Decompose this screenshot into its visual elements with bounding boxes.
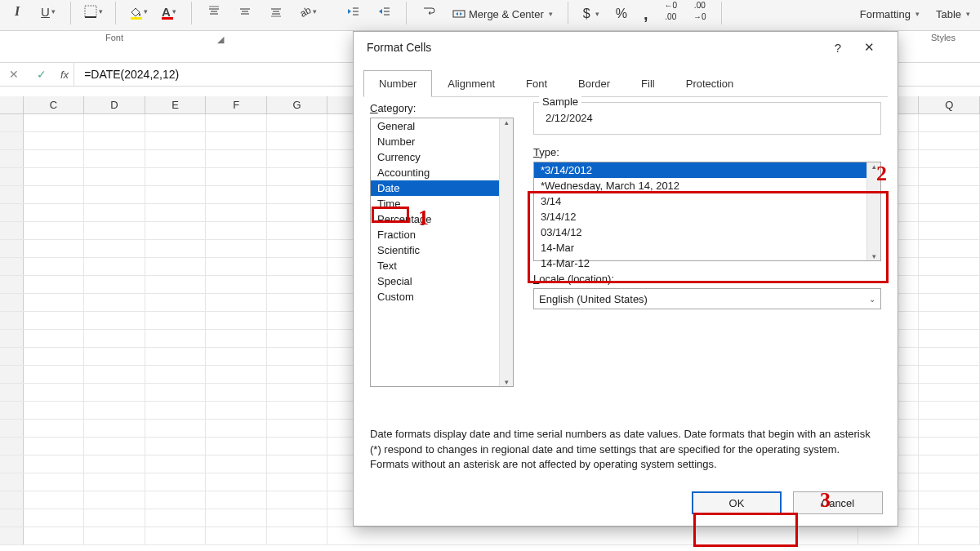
col-header[interactable]: Q — [919, 96, 980, 113]
fill-color-button[interactable]: ▾ — [126, 2, 150, 21]
tab-protection[interactable]: Protection — [670, 70, 750, 97]
category-label: Category: — [370, 102, 514, 114]
category-item[interactable]: Accounting — [371, 165, 513, 180]
category-item[interactable]: Fraction — [371, 227, 513, 242]
sample-value: 2/12/2024 — [542, 112, 872, 124]
merge-center-button[interactable]: Merge & Center▾ — [448, 2, 558, 26]
underline-button[interactable]: U▾ — [36, 2, 60, 21]
svg-rect-0 — [85, 6, 96, 17]
accounting-format-button[interactable]: $▾ — [578, 2, 604, 26]
dialog-footer: OK Cancel — [692, 491, 883, 514]
cancel-formula-icon[interactable]: ✕ — [0, 68, 28, 81]
ok-button[interactable]: OK — [692, 491, 782, 514]
category-item[interactable]: Custom — [371, 289, 513, 304]
category-item[interactable]: Number — [371, 134, 513, 149]
type-item[interactable]: *Wednesday, March 14, 2012 — [534, 178, 880, 193]
separator — [568, 2, 568, 24]
dialog-title: Format Cells — [367, 41, 431, 54]
chevron-down-icon: ⌄ — [869, 295, 875, 304]
separator — [191, 2, 192, 24]
category-item-date[interactable]: Date — [371, 180, 513, 196]
format-cells-dialog: Format Cells ? ✕ Number Alignment Font B… — [353, 31, 898, 527]
scroll-down-icon[interactable]: ▾ — [505, 378, 509, 386]
category-item[interactable]: Scientific — [371, 242, 513, 258]
separator — [721, 2, 722, 24]
separator — [70, 2, 71, 24]
category-item[interactable]: General — [371, 118, 513, 134]
col-header[interactable]: E — [145, 96, 207, 113]
increase-indent-button[interactable] — [372, 2, 396, 21]
merge-icon — [452, 7, 466, 20]
font-color-button[interactable]: A ▾ — [157, 2, 181, 21]
align-top-button[interactable] — [202, 2, 226, 21]
sample-label: Sample — [539, 96, 581, 108]
styles-group-label: Styles — [931, 33, 956, 42]
help-text: Date formats display date and time seria… — [370, 427, 881, 472]
col-header[interactable]: C — [24, 96, 85, 113]
type-list[interactable]: *3/14/2012 *Wednesday, March 14, 2012 3/… — [533, 162, 881, 261]
conditional-formatting-button[interactable]: Formatting▾ — [855, 2, 924, 26]
merge-label: Merge & Center — [469, 8, 544, 20]
locale-value: English (United States) — [539, 293, 648, 305]
separator — [115, 2, 116, 24]
type-item[interactable]: *3/14/2012 — [534, 162, 880, 178]
scrollbar[interactable]: ▴▾ — [499, 118, 513, 386]
category-item[interactable]: Currency — [371, 149, 513, 165]
category-item[interactable]: Time — [371, 196, 513, 211]
tab-border[interactable]: Border — [563, 70, 626, 97]
separator — [406, 2, 407, 24]
scrollbar[interactable]: ▴▾ — [866, 162, 880, 260]
font-group-label: Font — [105, 33, 123, 42]
type-label: Type: — [533, 146, 881, 158]
increase-decimal-button[interactable]: ←0.00 — [659, 2, 682, 26]
select-all-corner[interactable] — [0, 96, 24, 113]
ribbon-strip: I U▾ ▾ ▾ A ▾ ab▾ Merge & Center▾ $▾ % , … — [0, 0, 980, 31]
help-button[interactable]: ? — [822, 41, 853, 55]
svg-text:ab: ab — [298, 5, 311, 18]
dialog-body: Category: General Number Currency Accoun… — [370, 102, 881, 472]
align-bottom-button[interactable] — [264, 2, 288, 21]
dialog-tabs: Number Alignment Font Border Fill Protec… — [363, 69, 888, 97]
format-as-table-button[interactable]: Table▾ — [931, 2, 975, 26]
decrease-decimal-button[interactable]: .00→0 — [688, 2, 711, 26]
scroll-up-icon[interactable]: ▴ — [872, 162, 876, 171]
category-item[interactable]: Percentage — [371, 211, 513, 227]
border-button[interactable]: ▾ — [81, 2, 105, 21]
dialog-titlebar: Format Cells ? ✕ — [354, 32, 898, 63]
font-dialog-launcher-icon[interactable]: ◢ — [217, 34, 224, 45]
category-item[interactable]: Special — [371, 273, 513, 289]
type-item[interactable]: 14-Mar-12 — [534, 256, 880, 271]
type-item[interactable]: 03/14/12 — [534, 224, 880, 240]
type-item[interactable]: 3/14/12 — [534, 209, 880, 224]
svg-rect-20 — [453, 11, 465, 17]
col-header[interactable]: F — [206, 96, 267, 113]
cancel-button[interactable]: Cancel — [793, 491, 883, 514]
tab-alignment[interactable]: Alignment — [432, 70, 510, 97]
decrease-indent-button[interactable] — [341, 2, 365, 21]
fx-icon[interactable]: fx — [56, 63, 74, 86]
col-header[interactable]: D — [84, 96, 145, 113]
sample-frame: Sample 2/12/2024 — [533, 102, 881, 135]
col-header[interactable]: G — [267, 96, 328, 113]
type-item[interactable]: 3/14 — [534, 193, 880, 209]
wrap-text-button[interactable] — [416, 2, 441, 21]
category-item[interactable]: Text — [371, 258, 513, 273]
orientation-button[interactable]: ab▾ — [295, 2, 319, 21]
locale-label: Locale (location): — [533, 273, 881, 285]
comma-button[interactable]: , — [639, 2, 653, 26]
align-middle-button[interactable] — [233, 2, 257, 21]
tab-number[interactable]: Number — [363, 70, 432, 97]
locale-select[interactable]: English (United States) ⌄ — [533, 288, 881, 309]
tab-fill[interactable]: Fill — [626, 70, 670, 97]
scroll-down-icon[interactable]: ▾ — [872, 252, 876, 260]
close-button[interactable]: ✕ — [853, 40, 884, 55]
accept-formula-icon[interactable]: ✓ — [28, 68, 56, 81]
scroll-up-icon[interactable]: ▴ — [505, 118, 509, 127]
percent-button[interactable]: % — [611, 2, 632, 26]
tab-font[interactable]: Font — [510, 70, 563, 97]
category-list[interactable]: General Number Currency Accounting Date … — [370, 118, 514, 387]
italic-button[interactable]: I — [5, 2, 29, 21]
type-item[interactable]: 14-Mar — [534, 240, 880, 256]
